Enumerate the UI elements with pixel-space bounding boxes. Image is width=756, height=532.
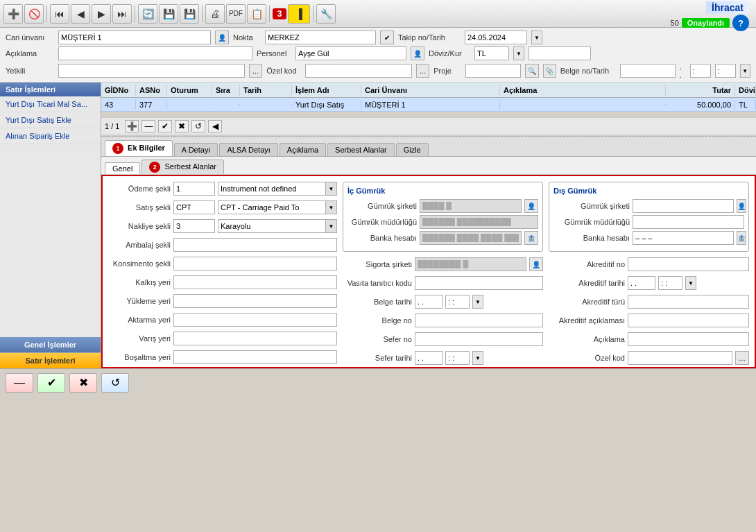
belge-time2[interactable] [715, 64, 736, 78]
nakliye-sekli-input[interactable] [218, 219, 326, 233]
subtab-serbest-alanlar[interactable]: 2 Serbest Alanlar [141, 160, 224, 174]
ic-banka-hesabi-input[interactable] [420, 231, 522, 245]
export-button[interactable]: 📋 [247, 4, 266, 24]
dis-banka-icon[interactable]: 🏦 [737, 231, 746, 245]
tab-serbest-alanlar[interactable]: Serbest Alanlar [327, 143, 395, 156]
akreditif-tarihi-dropdown[interactable]: ▼ [685, 276, 696, 290]
genel-islemler-btn[interactable]: Genel İşlemler [0, 337, 101, 353]
personel-icon[interactable]: 👤 [411, 46, 424, 60]
add-button[interactable]: ➕ [3, 4, 23, 24]
ic-gumruk-sirketi-input[interactable] [420, 199, 522, 213]
belge-tarihi-time[interactable] [445, 295, 470, 309]
aktarma-yeri-input[interactable] [173, 313, 337, 327]
belge-time1[interactable] [690, 64, 711, 78]
prev-button[interactable]: ◀ [71, 4, 90, 24]
sigorta-sirketi-input[interactable] [415, 257, 526, 271]
doviz-input[interactable] [474, 46, 509, 60]
table-row[interactable]: 43 377 Yurt Dışı Satış MÜŞTERİ 1 50.000,… [101, 98, 756, 112]
ok-button[interactable]: ✔ [37, 373, 65, 393]
dis-gumruk-sirketi-input[interactable] [633, 199, 734, 213]
save2-button[interactable]: 💾 [180, 4, 199, 24]
panel-item-2[interactable]: Alınan Sipariş Ekle [0, 128, 101, 144]
remove-row-btn[interactable]: — [141, 120, 155, 132]
konsimento-sekli-input[interactable] [173, 257, 337, 271]
proje-icon2[interactable]: 📎 [543, 64, 556, 78]
akreditif-tarihi-input[interactable] [628, 276, 655, 290]
sefer-tarihi-dropdown[interactable]: ▼ [472, 351, 483, 365]
dis-ozel-kod-input[interactable] [628, 351, 732, 365]
belge-no-input[interactable] [620, 64, 676, 78]
last-button[interactable]: ⏭ [112, 4, 132, 24]
subtab-genel[interactable]: Genel [105, 162, 140, 174]
settings-button[interactable]: 🔧 [316, 4, 336, 24]
ic-belge-no-input[interactable] [415, 314, 543, 327]
yellow-button[interactable]: ▐ [288, 4, 310, 24]
refresh-bottom-button[interactable]: ↺ [101, 373, 129, 393]
next-button[interactable]: ▶ [92, 4, 111, 24]
akreditif-tarihi-time[interactable] [658, 276, 682, 290]
refresh-button[interactable]: 🔄 [138, 4, 157, 24]
pdf-button[interactable]: PDF [226, 4, 246, 24]
akreditif-aciklamasi-input[interactable] [628, 314, 749, 327]
tab-ek-bilgiler[interactable]: 1 Ek Bilgiler [105, 140, 173, 156]
satis-sekli-arrow[interactable]: ▼ [326, 200, 337, 214]
save-button[interactable]: 💾 [159, 4, 178, 24]
varis-yeri-input[interactable] [173, 332, 337, 345]
ambalaj-sekli-input[interactable] [173, 238, 337, 252]
ic-gumruk-mudurlugu-input[interactable] [420, 215, 538, 229]
cari-unvani-input[interactable] [58, 31, 211, 44]
sefer-no-input[interactable] [415, 332, 543, 346]
bosaltma-yeri-input[interactable] [173, 350, 337, 364]
belge-dropdown[interactable]: ▼ [740, 64, 750, 78]
collapse-btn[interactable]: ◀ [208, 120, 222, 132]
satis-sekli-input[interactable] [218, 200, 326, 214]
panel-item-0[interactable]: Yurt Dışı Ticari Mal Sa... [0, 96, 101, 112]
ozel-kod-input[interactable] [305, 64, 412, 78]
sigorta-icon[interactable]: 👤 [529, 257, 543, 271]
x-button[interactable]: ✖ [69, 373, 97, 393]
dis-banka-hesabi-input[interactable] [633, 231, 734, 245]
dis-aciklama-input[interactable] [628, 332, 749, 346]
yetkili-input[interactable] [58, 64, 245, 78]
vasita-input[interactable] [415, 276, 543, 290]
panel-item-1[interactable]: Yurt Dışı Satış Ekle [0, 112, 101, 128]
ozel-kod-search-icon[interactable]: … [416, 64, 429, 78]
help-button[interactable]: ? [732, 15, 749, 31]
dis-gumruk-sirketi-icon[interactable]: 👤 [737, 199, 746, 213]
add-row-btn[interactable]: ➕ [125, 120, 139, 132]
dis-gumruk-mudurlugu-input[interactable] [633, 215, 744, 229]
ic-gumruk-sirketi-icon[interactable]: 👤 [524, 199, 538, 213]
cancel-button[interactable]: — [6, 373, 33, 393]
sefer-tarihi-input[interactable] [415, 351, 443, 365]
ic-banka-icon[interactable]: 🏦 [524, 231, 538, 245]
tab-aciklama[interactable]: Açıklama [280, 143, 326, 156]
nokta-check-icon[interactable]: ✔ [380, 31, 394, 44]
yukleme-yeri-input[interactable] [173, 294, 337, 308]
dis-ozel-kod-search[interactable]: … [735, 351, 749, 365]
belge-tarihi-input[interactable] [415, 295, 443, 309]
first-button[interactable]: ⏮ [50, 4, 69, 24]
undo-btn[interactable]: ↺ [191, 120, 205, 132]
nokta-input[interactable] [265, 31, 376, 44]
doviz-dropdown[interactable]: ▼ [513, 46, 524, 60]
x-btn[interactable]: ✖ [175, 120, 189, 132]
satir-islemleri-btn[interactable]: Satır İşlemleri [0, 353, 101, 368]
personel-input[interactable] [295, 46, 406, 60]
print-button[interactable]: 🖨 [205, 4, 225, 24]
odeme-sekli-arrow[interactable]: ▼ [326, 182, 337, 196]
belge-tarihi-dropdown[interactable]: ▼ [472, 295, 483, 309]
check-btn[interactable]: ✔ [158, 120, 172, 132]
proje-icon1[interactable]: 🔍 [525, 64, 538, 78]
takip-no-input[interactable] [465, 31, 527, 44]
yetkili-search-icon[interactable]: … [249, 64, 262, 78]
odeme-sekli-code[interactable] [173, 182, 215, 196]
odeme-sekli-input[interactable] [218, 182, 326, 196]
cari-unvani-search-icon[interactable]: 👤 [215, 31, 229, 44]
aciklama-input[interactable] [58, 46, 252, 60]
akreditif-no-input[interactable] [628, 257, 749, 271]
nakliye-sekli-arrow[interactable]: ▼ [326, 219, 337, 233]
kur-input[interactable] [529, 46, 591, 60]
akreditif-turu-input[interactable] [628, 295, 749, 309]
satis-sekli-code[interactable] [173, 200, 215, 214]
proje-input[interactable] [465, 64, 521, 78]
